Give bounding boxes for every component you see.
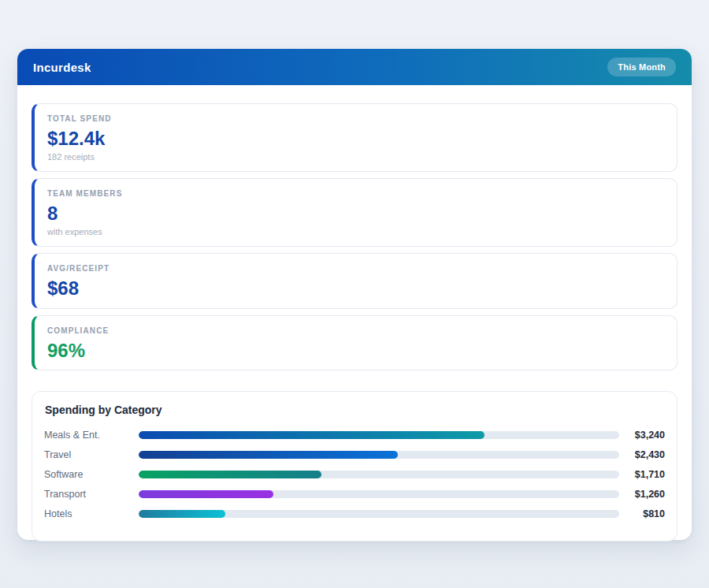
chart-category-label: Meals & Ent. [44,430,139,441]
chart-value-label: $1,710 [619,469,665,480]
stat-card-avg-receipt: AVG/RECEIPT $68 [32,253,677,308]
chart-bar-track [139,510,619,518]
stat-subtitle: with expenses [47,227,664,236]
stat-label: TOTAL SPEND [47,114,664,123]
chart-value-label: $810 [619,508,665,519]
chart-row-software: Software $1,710 [44,465,665,485]
stat-card-total-spend: TOTAL SPEND $12.4k 182 receipts [32,103,677,172]
chart-bar-track [139,431,619,439]
stats-list: TOTAL SPEND $12.4k 182 receipts TEAM MEM… [32,103,677,370]
stat-value: 8 [47,203,664,223]
chart-bar-track [139,490,619,498]
chart-value-label: $1,260 [619,489,665,500]
stat-card-team-members: TEAM MEMBERS 8 with expenses [32,178,677,247]
stat-value: $12.4k [47,128,664,148]
chart-value-label: $3,240 [619,430,665,441]
chart-row-travel: Travel $2,430 [44,445,665,465]
chart-bar-fill [139,451,398,459]
stat-label: COMPLIANCE [47,326,664,335]
chart-bar-fill [139,431,484,439]
stat-card-compliance: COMPLIANCE 96% [32,315,677,370]
chart-category-label: Hotels [44,508,139,519]
dashboard-content: TOTAL SPEND $12.4k 182 receipts TEAM MEM… [17,85,692,541]
chart-category-label: Transport [44,489,139,500]
stat-subtitle: 182 receipts [47,152,664,162]
chart-row-hotels: Hotels $810 [44,504,665,524]
chart-value-label: $2,430 [619,449,665,460]
chart-bar-track [139,451,619,459]
dashboard-panel: Incurdesk This Month TOTAL SPEND $12.4k … [17,49,692,540]
chart-bar-fill [139,471,321,478]
chart-row-meals: Meals & Ent. $3,240 [44,426,665,445]
app-header: Incurdesk This Month [17,49,692,85]
stat-label: TEAM MEMBERS [47,189,664,198]
chart-bar-track [139,471,619,478]
stat-value: 96% [47,341,664,360]
chart-bar-fill [139,490,273,498]
chart-category-label: Travel [44,449,139,460]
app-title: Incurdesk [33,61,91,74]
chart-row-transport: Transport $1,260 [44,485,665,504]
chart-bar-fill [139,510,225,518]
chart-title: Spending by Category [44,404,665,416]
spending-by-category-chart: Spending by Category Meals & Ent. $3,240… [32,391,677,541]
stat-label: AVG/RECEIPT [47,264,664,273]
period-badge-button[interactable]: This Month [607,58,676,76]
stat-value: $68 [47,278,664,298]
chart-category-label: Software [44,469,139,480]
